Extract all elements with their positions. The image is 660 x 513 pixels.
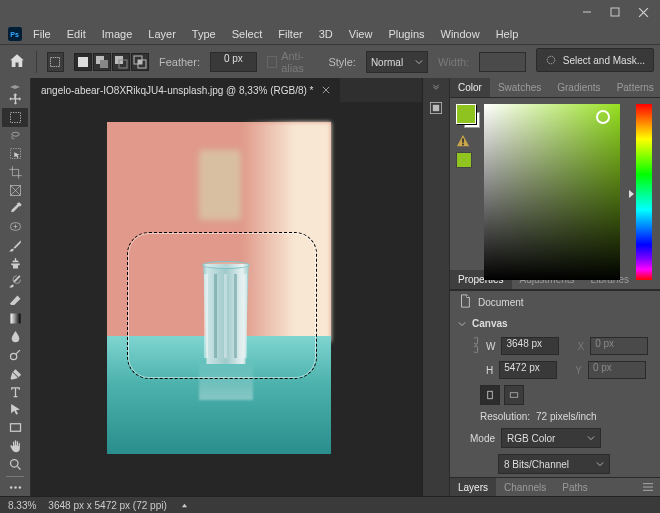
frame-tool[interactable]: [2, 181, 28, 199]
menu-help[interactable]: Help: [489, 26, 526, 42]
feather-input[interactable]: 0 px: [210, 52, 257, 72]
tool-column: [0, 78, 31, 497]
tab-paths[interactable]: Paths: [554, 478, 596, 497]
menu-window[interactable]: Window: [434, 26, 487, 42]
menu-3d[interactable]: 3D: [312, 26, 340, 42]
svg-rect-27: [462, 144, 464, 146]
menu-image[interactable]: Image: [95, 26, 140, 42]
style-select[interactable]: Normal: [366, 51, 428, 73]
svg-point-20: [10, 459, 18, 467]
blur-tool[interactable]: [2, 327, 28, 345]
menu-plugins[interactable]: Plugins: [381, 26, 431, 42]
status-chevron-icon[interactable]: [181, 500, 188, 511]
svg-rect-19: [10, 424, 20, 432]
color-mode-select[interactable]: RGB Color: [501, 428, 601, 448]
type-tool[interactable]: [2, 382, 28, 400]
tool-preset-picker[interactable]: [47, 52, 64, 72]
canvas-section-label: Canvas: [472, 318, 508, 329]
subtract-from-selection-icon[interactable]: [112, 53, 130, 71]
svg-rect-4: [78, 57, 88, 67]
menu-file[interactable]: File: [26, 26, 58, 42]
close-button[interactable]: [630, 2, 656, 22]
tab-swatches[interactable]: Swatches: [490, 78, 549, 97]
add-to-selection-icon[interactable]: [93, 53, 111, 71]
y-label: Y: [575, 365, 582, 376]
width-input: [479, 52, 526, 72]
gamut-warning-icon[interactable]: [456, 134, 470, 148]
svg-rect-3: [51, 58, 60, 67]
chevron-down-icon[interactable]: [458, 320, 466, 328]
tab-gradients[interactable]: Gradients: [549, 78, 608, 97]
orientation-portrait-button[interactable]: [480, 385, 500, 405]
eyedropper-tool[interactable]: [2, 200, 28, 218]
zoom-level[interactable]: 8.33%: [8, 500, 36, 511]
close-tab-icon[interactable]: [322, 85, 330, 96]
home-button[interactable]: [8, 52, 26, 72]
menu-layer[interactable]: Layer: [141, 26, 183, 42]
history-panel-icon[interactable]: [428, 100, 444, 118]
intersect-selection-icon[interactable]: [131, 53, 149, 71]
new-selection-icon[interactable]: [74, 53, 92, 71]
move-tool[interactable]: [2, 90, 28, 108]
properties-panel: Document Canvas W 3648 px X 0 px H 5472 …: [450, 290, 660, 477]
history-brush-tool[interactable]: [2, 273, 28, 291]
rectangular-marquee-tool[interactable]: [2, 108, 28, 126]
color-panel-tabs: Color Swatches Gradients Patterns: [450, 78, 660, 98]
menu-view[interactable]: View: [342, 26, 380, 42]
antialias-checkbox: Anti-alias: [267, 50, 318, 74]
tab-channels[interactable]: Channels: [496, 478, 554, 497]
lasso-tool[interactable]: [2, 127, 28, 145]
gradient-tool[interactable]: [2, 309, 28, 327]
document-tab-title: angelo-abear-IO8XRikqJU4-unsplash.jpg @ …: [41, 85, 314, 96]
tab-patterns[interactable]: Patterns: [609, 78, 660, 97]
document-tab[interactable]: angelo-abear-IO8XRikqJU4-unsplash.jpg @ …: [31, 78, 340, 102]
pen-tool[interactable]: [2, 364, 28, 382]
menu-select[interactable]: Select: [225, 26, 270, 42]
crop-tool[interactable]: [2, 163, 28, 181]
canvas-viewport[interactable]: [31, 102, 422, 497]
clone-stamp-tool[interactable]: [2, 254, 28, 272]
canvas-height-input[interactable]: 5472 px: [499, 361, 557, 379]
object-selection-tool[interactable]: [2, 145, 28, 163]
svg-rect-6: [100, 60, 108, 68]
canvas-area: angelo-abear-IO8XRikqJU4-unsplash.jpg @ …: [31, 78, 422, 497]
path-selection-tool[interactable]: [2, 401, 28, 419]
edit-toolbar[interactable]: [2, 479, 28, 497]
saturation-brightness-field[interactable]: [484, 104, 620, 280]
dodge-tool[interactable]: [2, 346, 28, 364]
tab-layers[interactable]: Layers: [450, 478, 496, 497]
brush-tool[interactable]: [2, 236, 28, 254]
hand-tool[interactable]: [2, 437, 28, 455]
menu-edit[interactable]: Edit: [60, 26, 93, 42]
selection-mode-group: [74, 53, 149, 71]
healing-brush-tool[interactable]: [2, 218, 28, 236]
bit-depth-select[interactable]: 8 Bits/Channel: [498, 454, 610, 474]
minimize-button[interactable]: [574, 2, 600, 22]
eraser-tool[interactable]: [2, 291, 28, 309]
rectangle-tool[interactable]: [2, 419, 28, 437]
zoom-tool[interactable]: [2, 455, 28, 473]
color-cursor-icon: [596, 110, 610, 124]
glass-object: [199, 264, 253, 364]
maximize-button[interactable]: [602, 2, 628, 22]
nearest-web-swatch[interactable]: [456, 152, 472, 168]
select-and-mask-button[interactable]: Select and Mask...: [536, 48, 654, 72]
app-icon: Ps: [6, 25, 24, 43]
toolbar-grip-icon[interactable]: [8, 80, 22, 88]
svg-rect-13: [10, 112, 20, 122]
menu-filter[interactable]: Filter: [271, 26, 309, 42]
foreground-swatch[interactable]: [456, 104, 476, 124]
expand-strip-icon[interactable]: [431, 82, 441, 94]
orientation-landscape-button[interactable]: [504, 385, 524, 405]
width-label: W: [486, 341, 495, 352]
canvas-y-input: 0 px: [588, 361, 646, 379]
tab-color[interactable]: Color: [450, 78, 490, 97]
link-wh-icon[interactable]: [472, 337, 480, 355]
image-artboard: [107, 122, 331, 454]
canvas-width-input[interactable]: 3648 px: [501, 337, 559, 355]
menu-type[interactable]: Type: [185, 26, 223, 42]
svg-point-22: [14, 486, 17, 489]
panel-menu-icon[interactable]: [636, 482, 660, 494]
width-label: Width:: [438, 56, 469, 68]
hue-slider[interactable]: [636, 104, 652, 280]
